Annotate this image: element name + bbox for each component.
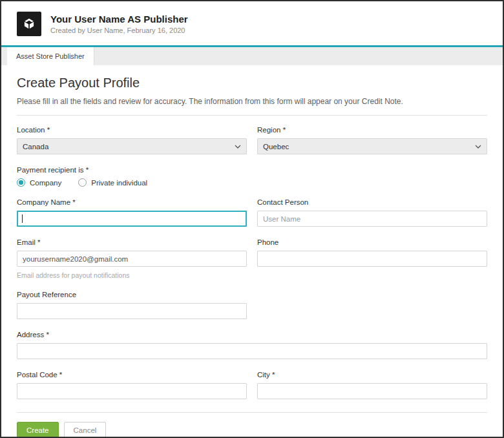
location-field: Location * Canada xyxy=(17,126,247,154)
radio-company-label: Company xyxy=(30,179,61,187)
header-text: Your User Name AS Publisher Created by U… xyxy=(50,14,188,34)
city-field: City * xyxy=(257,371,487,399)
recipient-field: Payment recipient is * Company Private i… xyxy=(17,166,247,187)
radio-company[interactable]: Company xyxy=(17,178,61,187)
create-button[interactable]: Create xyxy=(17,422,59,438)
city-label: City * xyxy=(257,371,487,379)
tab-bar: Asset Store Publisher xyxy=(1,45,503,65)
email-label: Email * xyxy=(17,238,247,246)
address-input[interactable] xyxy=(17,343,487,359)
text-cursor xyxy=(22,214,23,223)
contact-person-input[interactable] xyxy=(257,211,487,227)
region-field: Region * Quebec xyxy=(257,126,487,154)
main-content: Create Payout Profile Please fill in all… xyxy=(1,65,503,438)
page-title: Create Payout Profile xyxy=(17,76,487,90)
cancel-button[interactable]: Cancel xyxy=(64,422,107,438)
location-label: Location * xyxy=(17,126,247,134)
payout-reference-label: Payout Reference xyxy=(17,291,247,298)
payout-reference-field: Payout Reference xyxy=(17,291,247,319)
page-description: Please fill in all the fields and review… xyxy=(17,97,487,106)
radio-selected-icon xyxy=(17,178,25,187)
radio-private-individual[interactable]: Private individual xyxy=(78,178,147,187)
publisher-header: Your User Name AS Publisher Created by U… xyxy=(1,1,503,45)
region-selected-value: Quebec xyxy=(263,143,289,151)
company-name-label: Company Name * xyxy=(17,198,247,206)
phone-field: Phone xyxy=(257,238,487,279)
address-field: Address * xyxy=(17,331,487,359)
email-input[interactable] xyxy=(17,251,247,267)
recipient-radio-group: Company Private individual xyxy=(17,178,247,187)
recipient-label: Payment recipient is * xyxy=(17,166,247,174)
unity-logo-icon xyxy=(17,12,41,36)
radio-unselected-icon xyxy=(78,178,87,187)
postal-code-label: Postal Code * xyxy=(17,371,247,379)
chevron-down-icon xyxy=(235,145,241,149)
payout-profile-form: Location * Canada Region * Quebec xyxy=(17,126,487,399)
form-actions: Create Cancel xyxy=(17,422,487,438)
email-field: Email * Email address for payout notific… xyxy=(17,238,247,279)
company-name-field: Company Name * xyxy=(17,198,247,227)
email-hint: Email address for payout notifications xyxy=(17,271,247,279)
chevron-down-icon xyxy=(475,145,481,149)
payout-reference-input[interactable] xyxy=(17,303,247,319)
phone-label: Phone xyxy=(257,238,487,246)
postal-code-field: Postal Code * xyxy=(17,371,247,399)
top-divider xyxy=(17,115,487,116)
city-input[interactable] xyxy=(257,383,487,399)
tab-asset-store-publisher[interactable]: Asset Store Publisher xyxy=(7,47,94,65)
bottom-divider xyxy=(17,412,487,413)
location-selected-value: Canada xyxy=(23,143,48,151)
publisher-subtitle: Created by User Name, February 16, 2020 xyxy=(50,26,188,34)
publisher-title: Your User Name AS Publisher xyxy=(50,14,188,25)
company-name-input[interactable] xyxy=(17,211,247,227)
region-label: Region * xyxy=(257,126,487,134)
contact-person-label: Contact Person xyxy=(257,198,487,206)
location-select[interactable]: Canada xyxy=(17,138,247,154)
phone-input[interactable] xyxy=(257,251,487,267)
publisher-portal-window: Your User Name AS Publisher Created by U… xyxy=(0,0,504,438)
postal-code-input[interactable] xyxy=(17,383,247,399)
contact-person-field: Contact Person xyxy=(257,198,487,227)
address-label: Address * xyxy=(17,331,487,339)
region-select[interactable]: Quebec xyxy=(257,138,487,154)
radio-private-individual-label: Private individual xyxy=(91,179,147,187)
